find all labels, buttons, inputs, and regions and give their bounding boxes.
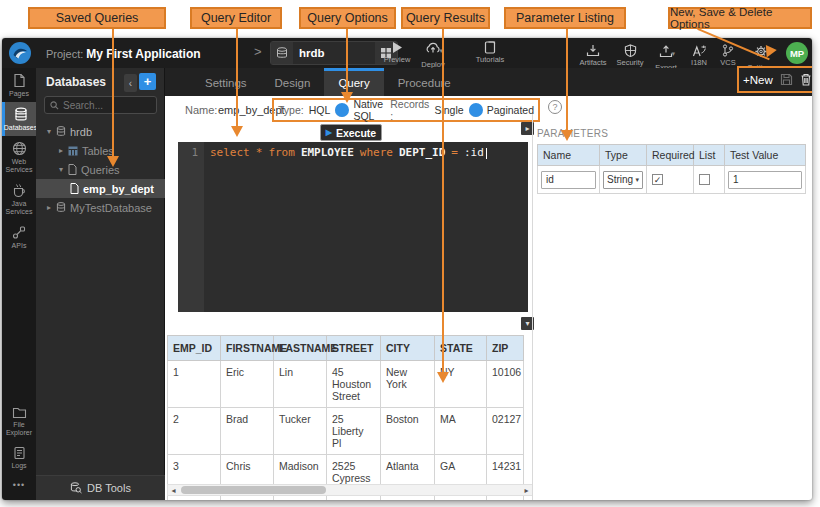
sidebar-item-java-services[interactable]: Java Services <box>2 178 36 220</box>
column-header: Name <box>538 145 600 166</box>
list-checkbox[interactable] <box>699 174 710 185</box>
breadcrumb-chevron-icon: > <box>254 44 262 59</box>
results-horizontal-scrollbar[interactable]: ◂ ▸ <box>167 484 533 496</box>
document-icon <box>68 164 77 175</box>
callout-new-save-delete: New, Save & Delete Options <box>668 7 812 29</box>
param-type-select[interactable]: String ▾ <box>603 171 643 189</box>
required-checkbox[interactable]: ✓ <box>652 174 663 185</box>
scrollbar-thumb[interactable] <box>181 486 326 494</box>
add-database-button[interactable]: + <box>139 73 156 90</box>
search-input[interactable] <box>63 100 148 111</box>
artifacts-button[interactable]: Artifacts <box>574 44 612 67</box>
execute-button[interactable]: ▶ Execute <box>320 124 382 141</box>
deploy-button[interactable]: ▾ Deploy <box>414 41 452 69</box>
delete-button[interactable] <box>800 73 812 86</box>
sidebar-item-apis[interactable]: APIs <box>2 220 36 254</box>
tab-query[interactable]: Query <box>324 68 383 96</box>
callout-query-editor: Query Editor <box>190 7 282 29</box>
db-tools-button[interactable]: DB Tools <box>36 475 165 500</box>
tree-node-tables[interactable]: ▸ Tables <box>36 141 165 160</box>
sql-code-line: select*fromEMPLOYEEwhereDEPT_ID=:id <box>210 146 487 159</box>
database-icon <box>271 42 293 64</box>
results-table: EMP_ID FIRSTNAME LASTNAME STREET CITY ST… <box>167 335 524 500</box>
user-avatar[interactable]: MP <box>786 42 808 64</box>
cell: Brad <box>221 408 274 455</box>
sql-keyword: from <box>268 146 295 159</box>
caret-down-icon[interactable]: ▾ <box>44 127 54 136</box>
tree-node-mytestdatabase[interactable]: ▸ MyTestDatabase <box>36 198 165 217</box>
header-bar: Project: My First Application > hrdb Pre… <box>2 38 812 68</box>
new-query-button[interactable]: +New <box>743 74 773 86</box>
cell: 1 <box>168 361 221 408</box>
help-icon[interactable]: ? <box>548 100 562 114</box>
column-header: Test Value <box>725 145 806 166</box>
security-button[interactable]: Security <box>612 44 648 67</box>
scroll-right-icon[interactable]: ▸ <box>521 486 532 495</box>
preview-icon <box>390 41 404 54</box>
artifacts-icon <box>586 44 600 57</box>
tab-procedure[interactable]: Procedure <box>384 68 465 96</box>
caret-right-icon[interactable]: ▸ <box>56 146 66 155</box>
column-header: List <box>694 145 725 166</box>
annotation-line <box>442 29 444 372</box>
vcs-icon <box>722 44 734 57</box>
tree-node-label: MyTestDatabase <box>70 202 152 214</box>
records-toggle[interactable] <box>469 104 482 117</box>
sql-editor[interactable]: 1 select*fromEMPLOYEEwhereDEPT_ID=:id <box>178 142 528 312</box>
type-option-native-sql[interactable]: Native SQL <box>353 98 383 122</box>
cell: MA <box>435 408 487 455</box>
tree-node-queries[interactable]: ▾ Queries <box>36 160 165 179</box>
type-option-hql[interactable]: HQL <box>309 104 331 116</box>
records-option-paginated[interactable]: Paginated <box>487 104 534 116</box>
param-test-value-input[interactable] <box>728 171 802 189</box>
cell: Lin <box>274 361 327 408</box>
panel-collapse-button[interactable]: ‹ <box>124 74 137 92</box>
sidebar-item-databases[interactable]: Databases <box>2 102 36 136</box>
project-name: My First Application <box>86 47 200 61</box>
caret-right-icon[interactable]: ▸ <box>44 203 54 212</box>
records-option-single[interactable]: Single <box>434 104 463 116</box>
param-name-input[interactable] <box>541 171 596 189</box>
column-header[interactable]: ZIP <box>487 336 524 361</box>
sidebar-item-pages[interactable]: Pages <box>2 68 36 102</box>
tables-icon <box>68 146 78 156</box>
parameters-table: Name Type Required List Test Value Strin… <box>537 144 806 194</box>
more-options-icon[interactable]: ••• <box>2 474 36 500</box>
sidebar-item-file-explorer[interactable]: File Explorer <box>2 401 36 441</box>
scroll-left-icon[interactable]: ◂ <box>168 486 179 495</box>
preview-button[interactable]: Preview <box>378 41 416 64</box>
type-toggle[interactable] <box>335 104 348 117</box>
table-row[interactable]: 2 Brad Tucker 25 Liberty Pl Boston MA 02… <box>168 408 524 455</box>
table-row[interactable]: 1 Eric Lin 45 Houston Street New York NY… <box>168 361 524 408</box>
tree-node-hrdb[interactable]: ▾ hrdb <box>36 122 165 141</box>
scrollbar-track[interactable] <box>179 485 521 495</box>
panel-title: Databases <box>46 75 106 89</box>
column-header[interactable]: EMP_ID <box>168 336 221 361</box>
service-name: hrdb <box>293 47 375 59</box>
tab-design[interactable]: Design <box>261 68 325 96</box>
column-header[interactable]: LASTNAME <box>274 336 327 361</box>
save-button[interactable] <box>780 73 793 86</box>
databases-icon <box>14 107 28 122</box>
tab-settings[interactable]: Settings <box>191 68 261 96</box>
records-label: Records : <box>390 98 429 122</box>
play-icon: ▶ <box>326 128 332 137</box>
cell: 2 <box>168 408 221 455</box>
annotation-line <box>112 29 114 156</box>
annotation-arrow <box>231 126 243 137</box>
tree-search[interactable] <box>44 96 157 114</box>
i18n-button[interactable]: I18N <box>684 44 714 67</box>
sql-operator: = <box>451 146 458 159</box>
column-header[interactable]: FIRSTNAME <box>221 336 274 361</box>
sidebar-item-logs[interactable]: Logs <box>2 441 36 474</box>
tree-node-emp-by-dept[interactable]: emp_by_dept <box>36 179 165 198</box>
select-caret-icon: ▾ <box>635 176 639 184</box>
column-header[interactable]: STREET <box>327 336 381 361</box>
tutorials-button[interactable]: Tutorials <box>468 41 512 64</box>
sidebar-item-web-services[interactable]: Web Services <box>2 136 36 178</box>
column-header[interactable]: CITY <box>381 336 435 361</box>
security-icon <box>624 44 637 57</box>
caret-down-icon[interactable]: ▾ <box>56 165 66 174</box>
document-icon <box>70 183 79 194</box>
column-header: Required <box>647 145 694 166</box>
